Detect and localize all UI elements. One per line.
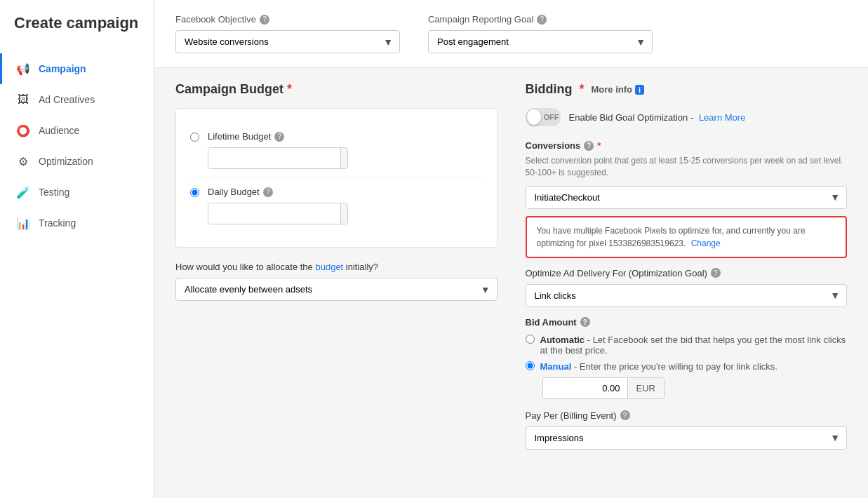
change-link[interactable]: Change <box>691 238 721 248</box>
toggle-knob <box>527 109 541 125</box>
lifetime-budget-currency: EUR <box>340 148 348 168</box>
sidebar-item-label: Testing <box>39 187 69 198</box>
facebook-objective-select[interactable]: Website conversions <box>175 30 400 53</box>
lifetime-budget-option: Lifetime Budget ? EUR <box>190 123 483 177</box>
automatic-radio-option: Automatic - Let Facebook set the bid tha… <box>526 335 848 356</box>
facebook-objective-group: Facebook Objective ? Website conversions… <box>175 14 400 53</box>
more-info-link[interactable]: More info i <box>592 84 645 95</box>
daily-budget-input-wrapper: EUR <box>208 203 348 224</box>
toggle-label: OFF <box>544 113 559 121</box>
allocate-select[interactable]: Allocate evenly between adsets <box>175 278 498 301</box>
allocate-select-wrapper: Allocate evenly between adsets ▼ <box>175 278 498 301</box>
sidebar-item-testing[interactable]: 🧪 Testing <box>0 177 154 208</box>
lifetime-budget-label: Lifetime Budget ? <box>208 131 348 142</box>
pay-per-select-wrapper: Impressions ▼ <box>526 426 848 450</box>
audience-icon: ⭕ <box>16 123 30 137</box>
lifetime-budget-content: Lifetime Budget ? EUR <box>208 131 348 169</box>
page-title: Create campaign <box>0 14 154 53</box>
sidebar: Create campaign 📢 Campaign 🖼 Ad Creative… <box>0 0 154 498</box>
bid-amount-input-row: EUR <box>542 377 848 399</box>
facebook-objective-help-icon[interactable]: ? <box>260 15 269 25</box>
enable-bid-text: Enable Bid Goal Optimization - Learn Mor… <box>569 112 746 123</box>
pay-per-select[interactable]: Impressions <box>526 426 848 450</box>
lifetime-budget-radio[interactable] <box>190 133 199 142</box>
lifetime-budget-help-icon[interactable]: ? <box>274 132 284 142</box>
pay-per-label: Pay Per (Billing Event) ? <box>526 410 848 421</box>
sidebar-item-tracking[interactable]: 📊 Tracking <box>0 208 154 238</box>
testing-icon: 🧪 <box>16 185 30 199</box>
bid-amount-help-icon[interactable]: ? <box>580 317 590 327</box>
bidding-title: Bidding * More info i <box>526 82 848 97</box>
daily-budget-input[interactable] <box>208 203 340 224</box>
main-content: Facebook Objective ? Website conversions… <box>154 0 868 498</box>
campaign-budget-title: Campaign Budget * <box>175 82 498 97</box>
lifetime-budget-input[interactable] <box>208 148 340 168</box>
left-panel: Campaign Budget * Lifetime Budget ? EUR <box>175 82 519 484</box>
daily-budget-help-icon[interactable]: ? <box>263 187 273 197</box>
daily-budget-radio[interactable] <box>190 188 199 197</box>
sidebar-item-label: Audience <box>39 125 79 136</box>
facebook-objective-label: Facebook Objective ? <box>175 14 400 25</box>
more-info-icon: i <box>635 85 644 95</box>
daily-budget-currency: EUR <box>340 203 348 224</box>
sidebar-item-label: Ad Creatives <box>39 94 95 105</box>
optimize-select[interactable]: Link clicks <box>526 284 848 307</box>
budget-box: Lifetime Budget ? EUR Daily Bu <box>175 108 498 248</box>
manual-radio[interactable] <box>526 361 535 370</box>
campaign-reporting-label: Campaign Reporting Goal ? <box>428 14 653 25</box>
bid-optimization-toggle[interactable]: OFF <box>526 108 561 126</box>
sidebar-item-audience[interactable]: ⭕ Audience <box>0 115 154 146</box>
sidebar-item-ad-creatives[interactable]: 🖼 Ad Creatives <box>0 84 154 115</box>
automatic-radio[interactable] <box>526 335 535 344</box>
optimize-help-icon[interactable]: ? <box>711 268 721 278</box>
optimize-select-wrapper: Link clicks ▼ <box>526 284 848 307</box>
conversions-help-icon[interactable]: ? <box>584 141 594 151</box>
daily-budget-option: Daily Budget ? EUR <box>190 177 483 233</box>
ad-creatives-icon: 🖼 <box>16 93 30 107</box>
optimization-icon: ⚙ <box>16 154 30 168</box>
campaign-reporting-select-wrapper: Post engagement ▼ <box>428 30 653 53</box>
bid-amount-input-wrapper: EUR <box>542 377 665 399</box>
toggle-row: OFF Enable Bid Goal Optimization - Learn… <box>526 108 848 126</box>
conversions-select-wrapper: InitiateCheckout ▼ <box>526 186 848 209</box>
bid-amount-section: Bid Amount ? Automatic - Let Facebook se… <box>526 317 848 399</box>
manual-radio-option: Manual - Enter the price you're willing … <box>526 361 848 372</box>
lifetime-budget-input-wrapper: EUR <box>208 147 348 169</box>
campaign-icon: 📢 <box>16 62 30 76</box>
budget-link[interactable]: budget <box>315 262 343 272</box>
facebook-objective-select-wrapper: Website conversions ▼ <box>175 30 400 53</box>
sidebar-item-label: Optimization <box>39 156 93 167</box>
bid-amount-input[interactable] <box>543 378 627 398</box>
conversions-select[interactable]: InitiateCheckout <box>526 186 848 209</box>
campaign-reporting-select[interactable]: Post engagement <box>428 30 653 53</box>
campaign-reporting-help-icon[interactable]: ? <box>537 15 547 25</box>
right-panel: Bidding * More info i OFF Enable Bid Goa… <box>519 82 848 484</box>
content-area: Campaign Budget * Lifetime Budget ? EUR <box>154 68 868 498</box>
sidebar-item-optimization[interactable]: ⚙ Optimization <box>0 146 154 177</box>
optimize-ad-delivery-label: Optimize Ad Delivery For (Optimization G… <box>526 268 848 278</box>
top-section: Facebook Objective ? Website conversions… <box>154 0 868 68</box>
sidebar-item-campaign[interactable]: 📢 Campaign <box>0 53 154 84</box>
sidebar-item-label: Campaign <box>39 63 86 74</box>
campaign-reporting-group: Campaign Reporting Goal ? Post engagemen… <box>428 14 653 53</box>
allocate-label: How would you like to allocate the budge… <box>175 262 498 272</box>
learn-more-link[interactable]: Learn More <box>699 112 745 123</box>
daily-budget-label: Daily Budget ? <box>208 187 348 197</box>
conversions-desc: Select conversion point that gets at lea… <box>526 155 848 179</box>
pay-per-help-icon[interactable]: ? <box>620 410 630 420</box>
bid-amount-currency: EUR <box>627 378 664 398</box>
sidebar-item-label: Tracking <box>39 217 76 229</box>
bid-amount-title: Bid Amount ? <box>526 317 848 328</box>
conversions-field-label: Conversions ? * <box>526 140 848 151</box>
warning-box: You have multiple Facebook Pixels to opt… <box>526 216 848 258</box>
tracking-icon: 📊 <box>16 216 30 230</box>
daily-budget-content: Daily Budget ? EUR <box>208 187 348 224</box>
